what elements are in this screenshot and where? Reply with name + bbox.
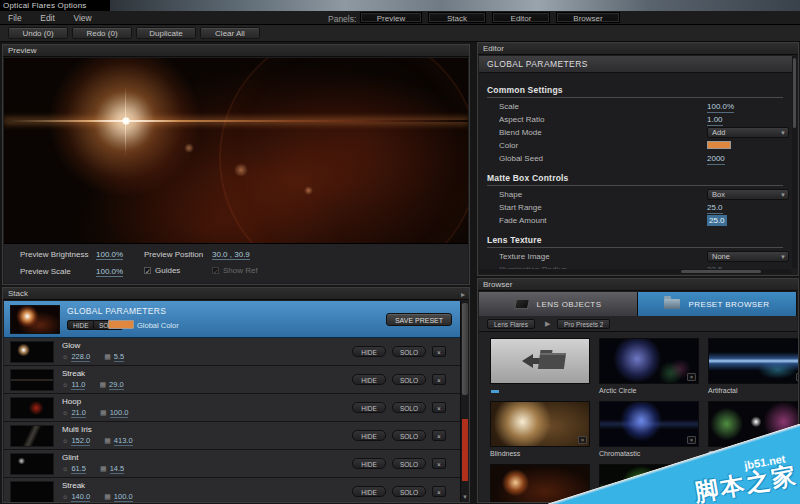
stack-row[interactable]: Streak ☼140.0 ▦100.0 HIDE SOLO × [4,478,460,503]
aspect-ratio-row: Aspect Ratio 1.00 [499,113,791,126]
row-brightness-value[interactable]: 11.0 [71,380,85,390]
preview-brightness-label: Preview Brightness [20,250,88,259]
guides-checkbox[interactable]: ✓ Guides [144,266,180,275]
stack-row[interactable]: Multi Iris ☼152.0 ▦413.0 HIDE SOLO × [4,422,460,450]
menu-file[interactable]: File [0,11,30,25]
row-scale-value[interactable]: 29.0 [109,380,124,390]
redo-button[interactable]: Redo (0) [72,27,132,39]
breadcrumb-root[interactable]: Lens Flares [487,319,535,329]
row-brightness-value[interactable]: 21.0 [71,408,86,418]
preset-thumbnail[interactable] [599,464,699,503]
preset-thumbnail[interactable]: × [490,401,590,447]
editor-horizontal-scrollbar[interactable] [479,269,791,274]
preset-badge-icon: × [687,436,696,444]
guides-checkbox-box[interactable]: ✓ [144,267,151,274]
fade-amount-value[interactable]: 25.0 [707,215,727,226]
menu-edit[interactable]: Edit [32,11,63,25]
blend-mode-dropdown[interactable]: Add ▼ [707,127,789,138]
preset-thumbnail[interactable]: × [599,338,699,384]
stack-panel-header[interactable]: Stack ▸ [3,288,469,300]
browser-panel-header[interactable]: Browser [478,279,798,291]
preview-brightness-value[interactable]: 100.0% [96,250,123,260]
hide-button[interactable]: HIDE [352,374,386,385]
solo-button[interactable]: SOLO [392,402,426,413]
panels-button-preview[interactable]: Preview [360,12,422,23]
breadcrumb-current[interactable]: Pro Presets 2 [557,319,610,329]
save-preset-button[interactable]: SAVE PRESET [386,313,452,326]
solo-button[interactable]: SOLO [392,430,426,441]
row-scale-value[interactable]: 14.5 [110,464,125,474]
row-brightness-value[interactable]: 61.5 [71,464,86,474]
global-hide-button[interactable]: HIDE [67,320,95,330]
delete-button[interactable]: × [432,486,446,497]
start-range-value[interactable]: 25.0 [707,202,723,214]
show-ref-checkbox[interactable]: ✓ Show Ref [212,266,258,275]
row-scale-value[interactable]: 5.5 [114,352,124,362]
hide-button[interactable]: HIDE [352,458,386,469]
hide-button[interactable]: HIDE [352,346,386,357]
global-seed-value[interactable]: 2000 [707,153,725,165]
scale-icon: ▦ [100,465,107,472]
solo-button[interactable]: SOLO [392,346,426,357]
preset-thumbnail[interactable]: × [708,338,799,384]
hide-button[interactable]: HIDE [352,402,386,413]
delete-button[interactable]: × [432,458,446,469]
delete-button[interactable]: × [432,346,446,357]
editor-vertical-scrollbar[interactable] [792,56,797,268]
tab-lens-objects[interactable]: LENS OBJECTS [479,292,638,316]
stack-row[interactable]: Hoop ☼21.0 ▦100.0 HIDE SOLO × [4,394,460,422]
stack-scrollbar[interactable]: ▼ [460,301,468,501]
preview-viewport[interactable] [4,58,468,244]
hide-button[interactable]: HIDE [352,486,386,497]
anamorphic-streak-graphic [4,120,468,122]
preset-thumbnail[interactable]: × [708,401,799,447]
preset-thumbnail[interactable]: × [490,464,590,503]
row-brightness-value[interactable]: 152.0 [71,436,90,446]
preview-position-value[interactable]: 30.0 , 30.9 [212,250,250,260]
solo-button[interactable]: SOLO [392,374,426,385]
solo-button[interactable]: SOLO [392,486,426,497]
stack-row[interactable]: Streak ☼11.0 ▦29.0 HIDE SOLO × [4,366,460,394]
editor-hscroll-thumb[interactable] [681,270,761,273]
aspect-ratio-value[interactable]: 1.00 [707,114,723,126]
chevron-right-icon[interactable]: ▸ [461,289,465,301]
stack-row[interactable]: Glint ☼61.5 ▦14.5 HIDE SOLO × [4,450,460,478]
tab-lens-objects-label: LENS OBJECTS [537,300,602,309]
color-swatch[interactable] [707,141,731,149]
editor-vscroll-thumb[interactable] [793,58,796,128]
matte-box-controls-header: Matte Box Controls [487,173,783,186]
scroll-down-arrow-icon[interactable]: ▼ [461,494,469,500]
scale-value[interactable]: 100.0% [707,101,734,113]
row-scale-value[interactable]: 100.0 [110,408,129,418]
delete-button[interactable]: × [432,374,446,385]
delete-button[interactable]: × [432,402,446,413]
menu-view[interactable]: View [65,11,99,25]
tab-preset-browser[interactable]: PRESET BROWSER [638,292,797,316]
preset-thumbnail[interactable] [708,464,799,503]
panels-button-editor[interactable]: Editor [492,12,550,23]
row-brightness-value[interactable]: 228.0 [71,352,90,362]
panels-button-browser[interactable]: Browser [556,12,620,23]
row-scale-value[interactable]: 413.0 [114,436,133,446]
hide-button[interactable]: HIDE [352,430,386,441]
shape-dropdown[interactable]: Box ▼ [707,189,789,200]
texture-image-dropdown[interactable]: None ▼ [707,251,789,262]
undo-button[interactable]: Undo (0) [8,27,68,39]
editor-panel-header[interactable]: Editor [478,43,798,55]
row-scale-value[interactable]: 100.0 [114,492,133,502]
preview-panel-header[interactable]: Preview [3,45,469,57]
global-color-swatch[interactable] [108,320,134,329]
panels-button-stack[interactable]: Stack [428,12,486,23]
clear-all-button[interactable]: Clear All [200,27,260,39]
delete-button[interactable]: × [432,430,446,441]
duplicate-button[interactable]: Duplicate [136,27,196,39]
preset-thumbnail[interactable]: × [599,401,699,447]
row-brightness-value[interactable]: 140.0 [71,492,90,502]
solo-button[interactable]: SOLO [392,458,426,469]
preview-scale-value[interactable]: 100.0% [96,267,123,277]
stack-row-global-parameters[interactable]: GLOBAL PARAMETERS HIDE SOLO Global Color… [4,301,460,338]
stack-scrollbar-thumb[interactable] [462,303,468,395]
stack-row[interactable]: Glow ☼228.0 ▦5.5 HIDE SOLO × [4,338,460,366]
show-ref-checkbox-box[interactable]: ✓ [212,267,219,274]
folder-up-thumbnail[interactable] [490,338,590,384]
